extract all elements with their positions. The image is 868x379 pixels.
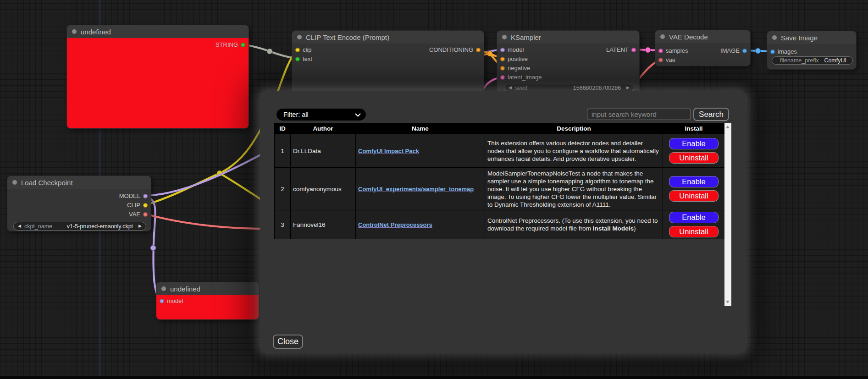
node-titlebar[interactable]: Save Image xyxy=(767,31,856,44)
node-undefined-top[interactable]: undefinedSTRING xyxy=(66,25,249,129)
clip-text-encode-output-dot-CONDITIONING[interactable] xyxy=(476,48,481,52)
extension-install-cell: EnableUninstall xyxy=(663,168,725,210)
widget-label: filename_prefix xyxy=(780,57,819,64)
clip-text-encode-output-label-CONDITIONING: CONDITIONING xyxy=(429,46,473,54)
vae-decode-input-dot-samples[interactable] xyxy=(658,49,663,53)
extension-row: 1Dr.Lt.DataComfyUI Impact PackThis exten… xyxy=(275,134,725,168)
extension-id: 3 xyxy=(275,210,291,239)
vae-decode-input-label-samples: samples xyxy=(666,47,688,55)
node-titlebar[interactable]: VAE Decode xyxy=(655,30,750,43)
link-reroute-dot[interactable] xyxy=(645,47,651,53)
custom-nodes-manager-dialog: Filter: all Search IDAuthorNameDescripti… xyxy=(260,91,746,353)
column-header-author: Author xyxy=(291,123,356,134)
search-input[interactable] xyxy=(587,109,691,120)
extension-link[interactable]: ControlNet Preprocessors xyxy=(358,221,432,228)
undefined-top-output-dot-STRING[interactable] xyxy=(241,43,245,47)
comfyui-canvas[interactable]: undefinedSTRINGCLIP Text Encode (Prompt)… xyxy=(0,0,868,379)
column-header-description: Description xyxy=(485,123,663,134)
enable-button[interactable]: Enable xyxy=(669,176,719,187)
table-scrollbar[interactable] xyxy=(724,123,731,306)
table-header-row: IDAuthorNameDescriptionInstall xyxy=(275,123,725,134)
extension-install-cell: EnableUninstall xyxy=(663,210,725,239)
extension-link[interactable]: ComfyUI_experiments/sampler_tonemap xyxy=(358,186,474,192)
load-checkpoint-widget-ckpt_name[interactable]: ◀ckpt_namev1-5-pruned-emaonly.ckpt▶ xyxy=(13,222,146,231)
column-header-install: Install xyxy=(663,123,725,134)
extension-name-cell: ControlNet Preprocessors xyxy=(356,210,485,239)
decrement-arrow-icon[interactable]: ◀ xyxy=(509,86,512,90)
node-save-image[interactable]: Save Imageimagesfilename_prefixComfyUI xyxy=(767,31,857,70)
clip-text-encode-input-label-text: text xyxy=(303,55,312,63)
extension-description: ControlNet Preprocessors. (To use this e… xyxy=(485,210,663,239)
node-titlebar[interactable]: undefined xyxy=(67,25,249,38)
node-undefined-bottom[interactable]: undefinedmodel xyxy=(156,282,259,320)
clip-text-encode-input-label-clip: clip xyxy=(303,46,312,54)
save-image-widget-filename_prefix[interactable]: filename_prefixComfyUI xyxy=(772,56,853,65)
widget-value: ComfyUI xyxy=(824,57,846,64)
node-ksampler[interactable]: KSamplermodelpositivenegativelatent_imag… xyxy=(497,30,640,95)
node-title: undefined xyxy=(81,28,111,36)
enable-button[interactable]: Enable xyxy=(669,212,719,223)
ksampler-input-dot-positive[interactable] xyxy=(500,57,505,61)
uninstall-button[interactable]: Uninstall xyxy=(669,190,719,202)
undefined-bottom-input-dot-model[interactable] xyxy=(160,299,164,303)
ksampler-output-dot-LATENT[interactable] xyxy=(631,48,636,52)
save-image-input-label-images: images xyxy=(778,48,797,55)
node-vae-decode[interactable]: VAE DecodesamplesvaeIMAGE xyxy=(655,30,751,66)
column-header-name: Name xyxy=(356,123,485,134)
extension-description: ModelSamplerTonemapNoiseTest a node that… xyxy=(485,168,663,210)
clip-text-encode-input-dot-clip[interactable] xyxy=(295,48,300,52)
close-button[interactable]: Close xyxy=(273,335,303,349)
node-load-checkpoint[interactable]: Load CheckpointMODELCLIPVAE◀ckpt_namev1-… xyxy=(7,176,151,231)
vae-decode-input-dot-vae[interactable] xyxy=(658,58,663,62)
ksampler-input-label-model: model xyxy=(508,46,524,54)
load-checkpoint-output-dot-MODEL[interactable] xyxy=(143,194,148,198)
vae-decode-output-dot-IMAGE[interactable] xyxy=(742,49,747,53)
extension-row: 2comfyanonymousComfyUI_experiments/sampl… xyxy=(275,168,725,210)
extension-description: This extension offers various detector n… xyxy=(485,134,663,168)
clip-text-encode-input-dot-text[interactable] xyxy=(295,57,300,61)
load-checkpoint-output-dot-VAE[interactable] xyxy=(143,212,148,217)
extension-install-cell: EnableUninstall xyxy=(663,134,725,168)
extensions-table-zone: IDAuthorNameDescriptionInstall 1Dr.Lt.Da… xyxy=(274,123,731,306)
load-checkpoint-output-dot-CLIP[interactable] xyxy=(143,203,148,208)
node-title: Save Image xyxy=(781,34,818,42)
node-titlebar[interactable]: KSampler xyxy=(497,31,639,44)
filter-select-wrap: Filter: all xyxy=(276,109,366,121)
increment-arrow-icon[interactable]: ▶ xyxy=(626,86,630,90)
undefined-top-output-label-STRING: STRING xyxy=(216,41,238,49)
enable-button[interactable]: Enable xyxy=(669,138,719,149)
node-titlebar[interactable]: undefined xyxy=(156,282,259,295)
node-title: KSampler xyxy=(511,33,541,41)
ksampler-input-dot-model[interactable] xyxy=(500,48,505,52)
decrement-arrow-icon[interactable]: ◀ xyxy=(18,224,21,228)
save-image-input-dot-images[interactable] xyxy=(770,49,775,54)
extension-row: 3Fannovel16ControlNet PreprocessorsContr… xyxy=(275,210,725,239)
node-body xyxy=(67,38,249,128)
link-reroute-dot[interactable] xyxy=(267,49,272,54)
increment-arrow-icon[interactable]: ▶ xyxy=(138,224,142,228)
ksampler-input-dot-latent_image[interactable] xyxy=(500,75,505,80)
link-reroute-dot[interactable] xyxy=(150,245,156,251)
extension-link[interactable]: ComfyUI Impact Pack xyxy=(358,148,419,154)
scroll-up-icon[interactable] xyxy=(726,126,730,128)
filter-select[interactable]: Filter: all xyxy=(276,109,366,121)
node-clip-text-encode[interactable]: CLIP Text Encode (Prompt)cliptextCONDITI… xyxy=(292,30,484,95)
vae-decode-input-label-vae: vae xyxy=(666,56,675,64)
node-titlebar[interactable]: CLIP Text Encode (Prompt) xyxy=(292,31,484,44)
widget-value: 156680208700286 xyxy=(573,85,621,91)
link-reroute-dot[interactable] xyxy=(755,48,761,54)
extension-name-cell: ComfyUI_experiments/sampler_tonemap xyxy=(356,168,485,210)
search-button[interactable]: Search xyxy=(693,108,729,121)
uninstall-button[interactable]: Uninstall xyxy=(669,226,719,237)
widget-label: seed xyxy=(515,85,527,91)
node-status-icon xyxy=(502,35,507,39)
scroll-down-icon[interactable] xyxy=(726,301,730,303)
node-titlebar[interactable]: Load Checkpoint xyxy=(7,176,151,189)
node-status-icon xyxy=(297,35,302,39)
load-checkpoint-output-label-VAE: VAE xyxy=(129,211,140,218)
widget-value: v1-5-pruned-emaonly.ckpt xyxy=(67,223,133,230)
node-title: undefined xyxy=(170,285,200,293)
uninstall-button[interactable]: Uninstall xyxy=(669,152,719,164)
undefined-bottom-input-label-model: model xyxy=(167,297,183,305)
ksampler-input-dot-negative[interactable] xyxy=(500,66,505,71)
